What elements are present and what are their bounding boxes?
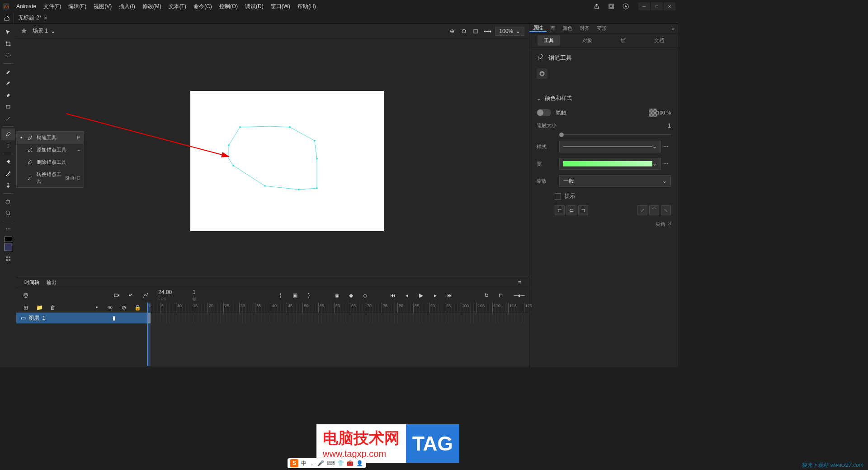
goto-last-icon[interactable]: ⏭ bbox=[445, 290, 455, 300]
flyout-delete-anchor[interactable]: - 删除锚点工具 bbox=[17, 156, 84, 168]
menu-view[interactable]: 视图(V) bbox=[90, 3, 115, 10]
highlight-icon[interactable]: • bbox=[92, 303, 102, 313]
minimize-button[interactable]: ─ bbox=[638, 2, 650, 10]
stroke-opacity[interactable]: 100 % bbox=[657, 110, 671, 115]
menu-debug[interactable]: 调试(D) bbox=[241, 3, 267, 10]
panel-tab-properties[interactable]: 属性 bbox=[529, 24, 547, 32]
layer-highlight-cell[interactable]: ▮ bbox=[110, 315, 118, 321]
line-tool[interactable] bbox=[1, 113, 15, 124]
rotate-stage-icon[interactable] bbox=[459, 26, 469, 36]
stroke-size-value[interactable]: 1 bbox=[668, 123, 671, 129]
scene-icon[interactable] bbox=[21, 27, 27, 35]
layer-row[interactable]: ▭ 图层_1 ▮ bbox=[16, 313, 147, 323]
lasso-tool[interactable] bbox=[1, 50, 15, 62]
goto-first-icon[interactable]: ⏮ bbox=[388, 290, 398, 300]
menu-insert[interactable]: 插入(I) bbox=[115, 3, 138, 10]
close-button[interactable]: ✕ bbox=[664, 2, 675, 10]
frame-track[interactable] bbox=[147, 313, 529, 323]
new-layer-icon[interactable]: ⊞ bbox=[21, 303, 31, 313]
paint-bucket-tool[interactable] bbox=[1, 156, 15, 168]
stroke-toggle[interactable] bbox=[537, 109, 551, 116]
cap-square-icon[interactable]: ⊐ bbox=[578, 205, 588, 215]
maximize-button[interactable]: □ bbox=[651, 2, 663, 10]
rectangle-tool[interactable] bbox=[1, 101, 15, 113]
flyout-convert-anchor[interactable]: 转换锚点工具 Shift+C bbox=[17, 168, 84, 187]
pin-tool[interactable] bbox=[1, 180, 15, 191]
join-bevel-icon[interactable]: ⟍ bbox=[661, 205, 671, 215]
menu-text[interactable]: 文本(T) bbox=[165, 3, 190, 10]
scale-dropdown[interactable]: 一般 ⌄ bbox=[559, 175, 671, 187]
panel-tab-library[interactable]: 库 bbox=[547, 25, 559, 32]
timeline-tab[interactable]: 时间轴 bbox=[21, 279, 43, 286]
selection-tool[interactable] bbox=[1, 26, 15, 38]
hand-tool[interactable] bbox=[1, 195, 15, 207]
style-dropdown[interactable]: ⌄ bbox=[559, 141, 661, 152]
join-miter-icon[interactable]: ⟋ bbox=[637, 205, 647, 215]
subtab-document[interactable]: 文档 bbox=[648, 35, 670, 46]
new-folder-icon[interactable]: 📁 bbox=[34, 303, 44, 313]
stage-area[interactable] bbox=[16, 39, 529, 277]
frame-ruler[interactable]: 1510152025303540455055606570758085909510… bbox=[147, 303, 529, 313]
subtab-object[interactable]: 对象 bbox=[576, 35, 599, 46]
document-tab-close-icon[interactable]: × bbox=[44, 15, 47, 21]
play-button[interactable]: ▶ bbox=[416, 290, 426, 300]
menu-edit[interactable]: 编辑(E) bbox=[65, 3, 90, 10]
clip-stage-icon[interactable] bbox=[471, 26, 481, 36]
fit-stage-icon[interactable]: ⟷ bbox=[482, 26, 492, 36]
object-drawing-toggle[interactable] bbox=[537, 68, 547, 79]
onion-skin-icon[interactable]: ◉ bbox=[332, 290, 342, 300]
zoom-slider-icon[interactable]: ─●─ bbox=[514, 290, 524, 300]
zoom-chevron-icon[interactable]: ⌄ bbox=[516, 28, 520, 34]
menu-file[interactable]: 文件(F) bbox=[40, 3, 65, 10]
visibility-icon[interactable]: 👁 bbox=[105, 303, 115, 313]
span-icon[interactable]: ⊓ bbox=[495, 290, 505, 300]
width-dropdown[interactable]: ⌄ bbox=[559, 158, 661, 170]
current-frame[interactable]: 1 bbox=[193, 289, 196, 295]
lock-icon[interactable]: 🔒 bbox=[132, 303, 142, 313]
loop-icon[interactable]: ↻ bbox=[481, 290, 491, 300]
layers-icon[interactable] bbox=[21, 290, 31, 300]
graph-icon[interactable] bbox=[141, 290, 151, 300]
next-icon[interactable]: ⟩ bbox=[304, 290, 314, 300]
panel-tab-transform[interactable]: 变形 bbox=[593, 25, 610, 32]
center-stage-icon[interactable]: ⊕ bbox=[447, 26, 457, 36]
scene-chevron-icon[interactable]: ⌄ bbox=[51, 28, 55, 34]
home-icon[interactable] bbox=[0, 13, 14, 24]
pen-tool[interactable] bbox=[1, 128, 15, 140]
playhead[interactable] bbox=[147, 303, 151, 366]
menu-command[interactable]: 命令(C) bbox=[190, 3, 216, 10]
edit-toolbar-icon[interactable]: ⋯ bbox=[1, 223, 15, 235]
delete-layer-icon[interactable]: 🗑 bbox=[48, 303, 58, 313]
zoom-tool[interactable] bbox=[1, 207, 15, 219]
menu-modify[interactable]: 修改(M) bbox=[139, 3, 165, 10]
hint-checkbox[interactable] bbox=[555, 193, 561, 199]
corner-value[interactable]: 3 bbox=[668, 221, 671, 228]
step-forward-icon[interactable]: ▸ bbox=[431, 290, 441, 300]
brush-tool[interactable] bbox=[1, 77, 15, 89]
camera-icon[interactable] bbox=[112, 290, 122, 300]
share-icon[interactable] bbox=[592, 2, 601, 11]
section-color-style[interactable]: ⌄ 颜色和样式 bbox=[529, 91, 678, 106]
menu-window[interactable]: 窗口(W) bbox=[267, 3, 294, 10]
free-transform-tool[interactable] bbox=[1, 38, 15, 50]
keyframe-icon[interactable]: ◆ bbox=[346, 290, 356, 300]
blank-keyframe-icon[interactable]: ◇ bbox=[360, 290, 370, 300]
panel-tab-color[interactable]: 颜色 bbox=[559, 25, 576, 32]
prev-icon[interactable]: ⟨ bbox=[276, 290, 286, 300]
subtab-frame[interactable]: 帧 bbox=[614, 35, 632, 46]
subtab-tool[interactable]: 工具 bbox=[538, 35, 560, 46]
output-tab[interactable]: 输出 bbox=[43, 279, 60, 286]
outline-icon[interactable]: ⊘ bbox=[119, 303, 129, 313]
layer-depth-icon[interactable] bbox=[126, 290, 136, 300]
eyedropper-tool[interactable] bbox=[1, 168, 15, 180]
play-icon[interactable] bbox=[621, 2, 630, 11]
workspace-icon[interactable] bbox=[607, 2, 616, 11]
cap-round-icon[interactable]: ⊂ bbox=[566, 205, 576, 215]
panel-collapse-icon[interactable]: » bbox=[668, 26, 678, 31]
stroke-color-swatch[interactable] bbox=[4, 237, 12, 242]
flyout-pen-tool[interactable]: • 钢笔工具 P bbox=[17, 132, 84, 144]
flyout-add-anchor[interactable]: + 添加锚点工具 = bbox=[17, 144, 84, 156]
timeline-menu-icon[interactable]: ≡ bbox=[514, 278, 524, 288]
step-back-icon[interactable]: ◂ bbox=[402, 290, 412, 300]
frames-area[interactable]: 1510152025303540455055606570758085909510… bbox=[147, 303, 529, 366]
